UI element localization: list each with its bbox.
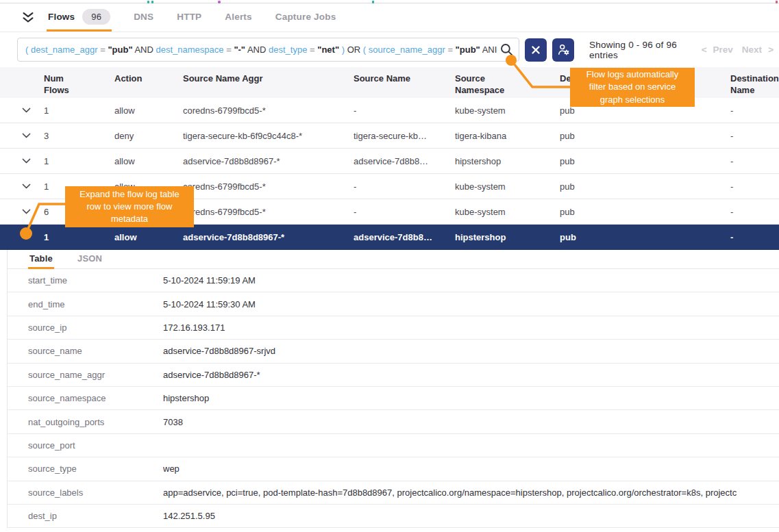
- next-arrow-icon[interactable]: >: [768, 45, 774, 55]
- cell-dest-name-aggr: pub: [560, 181, 730, 192]
- flow-table-row[interactable]: 3 deny tigera-secure-kb-6f9c9c44c8-* tig…: [0, 123, 779, 149]
- detail-key: source_ip: [28, 322, 163, 333]
- collapse-panel-button[interactable]: [21, 10, 36, 25]
- detail-tabbar: Table JSON: [8, 250, 779, 269]
- cell-action: deny: [114, 131, 183, 141]
- query-filter-input[interactable]: ( dest_name_aggr = "pub" AND dest_namesp…: [17, 38, 519, 62]
- detail-row: source_ip 172.16.193.171: [8, 316, 779, 340]
- log-type-tab[interactable]: HTTP: [175, 3, 203, 31]
- query-token: OR: [347, 45, 363, 55]
- header-destination-name: Destination Name: [730, 67, 779, 98]
- cell-destination-name: -: [730, 131, 779, 141]
- query-token: "pub": [456, 45, 480, 55]
- top-edge-remnant: [0, 0, 779, 3]
- tab-label: HTTP: [177, 12, 201, 22]
- log-type-tab[interactable]: Capture Jobs: [274, 3, 338, 31]
- cell-dest-name-aggr: pub: [560, 156, 730, 166]
- cell-source-namespace: kube-system: [455, 181, 560, 192]
- header-action: Action: [114, 67, 183, 98]
- cell-source-name: adservice-7d8b8…: [354, 232, 455, 242]
- query-token: ANI: [482, 45, 497, 55]
- cell-dest-name-aggr: pub: [560, 232, 730, 242]
- query-token: AND: [134, 45, 156, 55]
- top-edge-remnant-mark: [151, 1, 153, 3]
- detail-value: 7038: [163, 417, 779, 427]
- tab-count-badge: 96: [82, 9, 110, 25]
- detail-value: hipstershop: [163, 393, 779, 403]
- detail-value: 5-10-2024 11:59:30 AM: [163, 299, 779, 309]
- top-edge-remnant-mark: [776, 1, 778, 3]
- detail-key: source_namespace: [28, 393, 163, 403]
- query-token: dest_namespace: [156, 45, 224, 55]
- search-icon: [499, 42, 514, 57]
- cell-source-namespace: kube-system: [455, 207, 560, 217]
- detail-tab[interactable]: Table: [28, 253, 54, 269]
- tab-label: Alerts: [225, 12, 251, 22]
- expand-row-button[interactable]: [22, 107, 44, 114]
- detail-row: source_type wep: [8, 457, 779, 481]
- cell-num-flows: 3: [44, 131, 114, 141]
- detail-key: nat_outgoing_ports: [28, 417, 163, 427]
- log-type-tab[interactable]: Flows 96: [47, 3, 112, 31]
- header-source-name: Source Name: [354, 67, 455, 98]
- double-chevron-down-icon: [21, 10, 36, 25]
- cell-source-name: -: [354, 105, 455, 116]
- search-button[interactable]: [499, 42, 514, 57]
- cell-source-name-aggr: coredns-6799fbcd5-*: [183, 105, 354, 116]
- query-token: =: [100, 45, 108, 55]
- cell-dest-name-aggr: pub: [560, 131, 730, 141]
- flow-detail-panel: Table JSON start_time 5-10-2024 11:59:19…: [7, 250, 779, 528]
- cell-destination-name: -: [730, 232, 779, 242]
- cell-action: allow: [114, 232, 183, 242]
- query-token: (: [25, 45, 28, 55]
- query-token: AND: [247, 45, 269, 55]
- cell-source-name: tigera-secure-kb…: [354, 131, 455, 141]
- cell-num-flows: 1: [44, 156, 114, 166]
- detail-key: start_time: [28, 275, 163, 286]
- chevron-down-icon: [22, 107, 31, 114]
- cell-source-namespace: kube-system: [455, 105, 560, 116]
- close-icon: [531, 45, 541, 55]
- detail-row: source_name adservice-7d8b8d8967-srjvd: [8, 340, 779, 363]
- query-token: =: [310, 45, 317, 55]
- flow-table-row[interactable]: 1 allow adservice-7d8b8d8967-* adservice…: [0, 149, 779, 174]
- prev-page-button[interactable]: Prev: [713, 45, 733, 55]
- detail-row: source_namespace hipstershop: [8, 387, 779, 410]
- next-page-button[interactable]: Next: [742, 45, 762, 55]
- top-edge-remnant-mark: [218, 1, 221, 3]
- detail-row: source_labels app=adservice, pci=true, p…: [8, 481, 779, 505]
- log-type-tab[interactable]: DNS: [132, 3, 155, 31]
- log-type-tabbar: Flows 96 DNS HTTP Alerts Capture Jobs: [0, 3, 779, 32]
- cell-source-name-aggr: adservice-7d8b8d8967-*: [183, 156, 354, 166]
- detail-value: 172.16.193.171: [163, 322, 779, 333]
- detail-rows: start_time 5-10-2024 11:59:19 AM end_tim…: [8, 269, 779, 528]
- flow-table-row[interactable]: 1 allow adservice-7d8b8d8967-* adservice…: [0, 225, 779, 250]
- expand-row-button[interactable]: [22, 234, 44, 240]
- query-text: ( dest_name_aggr = "pub" AND dest_namesp…: [25, 45, 497, 55]
- expand-row-button[interactable]: [22, 133, 44, 139]
- detail-key: source_port: [28, 440, 163, 451]
- detail-row: source_name_aggr adservice-7d8b8d8967-*: [8, 364, 779, 387]
- tab-label: Capture Jobs: [275, 12, 336, 22]
- column-settings-button[interactable]: [552, 38, 574, 62]
- detail-row: nat_outgoing_ports 7038: [8, 410, 779, 433]
- cell-num-flows: 1: [44, 232, 114, 242]
- cell-source-namespace: tigera-kibana: [455, 131, 560, 141]
- expand-row-button[interactable]: [22, 183, 44, 190]
- clear-filter-button[interactable]: [525, 38, 547, 62]
- detail-tab[interactable]: JSON: [76, 253, 103, 269]
- detail-row: start_time 5-10-2024 11:59:19 AM: [8, 269, 779, 292]
- cell-source-name: -: [354, 181, 455, 192]
- query-token: "pub": [108, 45, 132, 55]
- prev-arrow-icon[interactable]: <: [702, 45, 707, 55]
- cell-action: allow: [114, 105, 183, 116]
- pagination: < Prev Next >: [702, 45, 775, 55]
- cell-destination-name: -: [730, 181, 779, 192]
- expand-row-button[interactable]: [22, 158, 44, 164]
- expand-row-button[interactable]: [22, 209, 44, 215]
- top-edge-remnant-mark: [147, 1, 149, 3]
- cell-dest-name-aggr: pub: [560, 207, 730, 217]
- detail-key: source_labels: [28, 487, 163, 498]
- log-type-tab[interactable]: Alerts: [223, 3, 253, 31]
- chevron-down-icon: [22, 133, 31, 139]
